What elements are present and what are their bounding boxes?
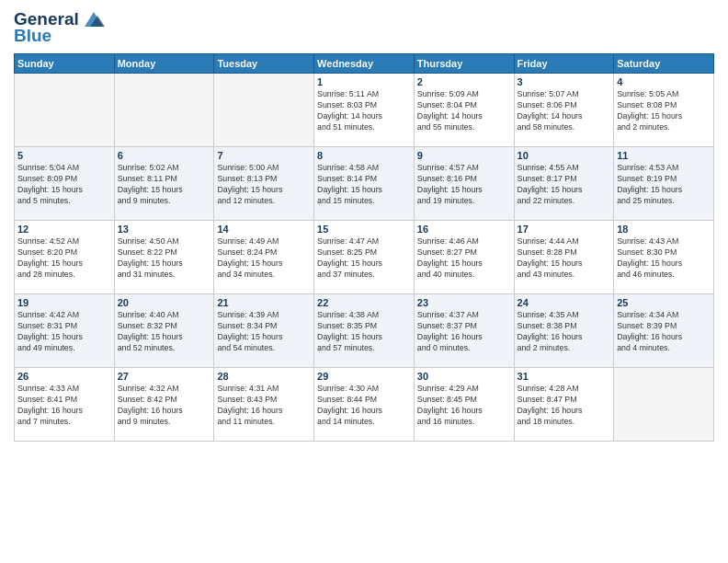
day-number: 30 (417, 371, 511, 382)
day-number: 7 (217, 150, 311, 161)
day-cell-17: 17Sunrise: 4:44 AM Sunset: 8:28 PM Dayli… (514, 221, 614, 294)
day-info: Sunrise: 5:09 AM Sunset: 8:04 PM Dayligh… (417, 89, 511, 133)
week-row-2: 5Sunrise: 5:04 AM Sunset: 8:09 PM Daylig… (15, 147, 714, 221)
day-cell-27: 27Sunrise: 4:32 AM Sunset: 8:42 PM Dayli… (114, 368, 214, 442)
day-cell-10: 10Sunrise: 4:55 AM Sunset: 8:17 PM Dayli… (514, 147, 614, 221)
week-row-3: 12Sunrise: 4:52 AM Sunset: 8:20 PM Dayli… (15, 221, 714, 294)
empty-cell (15, 74, 115, 147)
day-number: 27 (118, 371, 211, 382)
week-row-5: 26Sunrise: 4:33 AM Sunset: 8:41 PM Dayli… (15, 368, 714, 442)
day-cell-20: 20Sunrise: 4:40 AM Sunset: 8:32 PM Dayli… (114, 294, 214, 368)
empty-cell (214, 74, 314, 147)
day-number: 10 (518, 150, 611, 161)
day-cell-21: 21Sunrise: 4:39 AM Sunset: 8:34 PM Dayli… (214, 294, 314, 368)
day-cell-24: 24Sunrise: 4:35 AM Sunset: 8:38 PM Dayli… (514, 294, 614, 368)
logo-icon (81, 10, 107, 29)
day-number: 5 (17, 150, 111, 161)
day-info: Sunrise: 5:05 AM Sunset: 8:08 PM Dayligh… (617, 89, 711, 133)
day-info: Sunrise: 4:46 AM Sunset: 8:27 PM Dayligh… (417, 236, 511, 281)
day-number: 22 (317, 297, 411, 308)
day-cell-16: 16Sunrise: 4:46 AM Sunset: 8:27 PM Dayli… (414, 221, 514, 294)
day-number: 23 (417, 297, 511, 308)
day-cell-8: 8Sunrise: 4:58 AM Sunset: 8:14 PM Daylig… (314, 147, 415, 221)
logo-blue: Blue (14, 26, 51, 46)
day-number: 26 (17, 371, 111, 382)
day-info: Sunrise: 4:35 AM Sunset: 8:38 PM Dayligh… (518, 310, 611, 354)
day-info: Sunrise: 4:31 AM Sunset: 8:43 PM Dayligh… (217, 384, 311, 428)
day-number: 1 (317, 76, 411, 87)
day-cell-7: 7Sunrise: 5:00 AM Sunset: 8:13 PM Daylig… (214, 147, 314, 221)
week-row-4: 19Sunrise: 4:42 AM Sunset: 8:31 PM Dayli… (15, 294, 714, 368)
day-info: Sunrise: 4:39 AM Sunset: 8:34 PM Dayligh… (217, 310, 311, 354)
weekday-header-sunday: Sunday (15, 54, 115, 74)
day-info: Sunrise: 5:02 AM Sunset: 8:11 PM Dayligh… (118, 163, 211, 207)
day-info: Sunrise: 4:38 AM Sunset: 8:35 PM Dayligh… (317, 310, 411, 354)
weekday-header-friday: Friday (514, 54, 614, 74)
day-number: 31 (518, 371, 611, 382)
day-number: 12 (17, 224, 111, 235)
day-number: 9 (417, 150, 511, 161)
day-number: 11 (617, 150, 711, 161)
day-cell-23: 23Sunrise: 4:37 AM Sunset: 8:37 PM Dayli… (414, 294, 514, 368)
calendar-container: General Blue SundayMondayTuesdayWednesda… (0, 0, 728, 563)
day-number: 2 (417, 76, 511, 87)
day-cell-11: 11Sunrise: 4:53 AM Sunset: 8:19 PM Dayli… (614, 147, 714, 221)
day-number: 18 (617, 224, 711, 235)
day-cell-12: 12Sunrise: 4:52 AM Sunset: 8:20 PM Dayli… (15, 221, 115, 294)
day-number: 14 (217, 224, 311, 235)
day-info: Sunrise: 4:43 AM Sunset: 8:30 PM Dayligh… (617, 236, 711, 281)
day-number: 24 (518, 297, 611, 308)
day-cell-9: 9Sunrise: 4:57 AM Sunset: 8:16 PM Daylig… (414, 147, 514, 221)
day-cell-1: 1Sunrise: 5:11 AM Sunset: 8:03 PM Daylig… (314, 74, 415, 147)
logo: General Blue (14, 9, 107, 46)
day-number: 3 (518, 76, 611, 87)
day-cell-19: 19Sunrise: 4:42 AM Sunset: 8:31 PM Dayli… (15, 294, 115, 368)
day-cell-6: 6Sunrise: 5:02 AM Sunset: 8:11 PM Daylig… (114, 147, 214, 221)
day-number: 29 (317, 371, 411, 382)
weekday-header-thursday: Thursday (414, 54, 514, 74)
day-info: Sunrise: 4:52 AM Sunset: 8:20 PM Dayligh… (17, 236, 111, 281)
day-cell-3: 3Sunrise: 5:07 AM Sunset: 8:06 PM Daylig… (514, 74, 614, 147)
day-cell-28: 28Sunrise: 4:31 AM Sunset: 8:43 PM Dayli… (214, 368, 314, 442)
day-cell-2: 2Sunrise: 5:09 AM Sunset: 8:04 PM Daylig… (414, 74, 514, 147)
day-info: Sunrise: 4:57 AM Sunset: 8:16 PM Dayligh… (417, 163, 511, 207)
day-info: Sunrise: 4:58 AM Sunset: 8:14 PM Dayligh… (317, 163, 411, 207)
day-cell-30: 30Sunrise: 4:29 AM Sunset: 8:45 PM Dayli… (414, 368, 514, 442)
day-number: 15 (317, 224, 411, 235)
day-info: Sunrise: 4:50 AM Sunset: 8:22 PM Dayligh… (118, 236, 211, 281)
weekday-header-wednesday: Wednesday (314, 54, 415, 74)
header: General Blue (14, 9, 714, 46)
weekday-header-saturday: Saturday (614, 54, 714, 74)
day-info: Sunrise: 4:53 AM Sunset: 8:19 PM Dayligh… (617, 163, 711, 207)
weekday-header-monday: Monday (114, 54, 214, 74)
day-info: Sunrise: 4:33 AM Sunset: 8:41 PM Dayligh… (17, 384, 111, 428)
day-info: Sunrise: 4:40 AM Sunset: 8:32 PM Dayligh… (118, 310, 211, 354)
weekday-header-tuesday: Tuesday (214, 54, 314, 74)
day-info: Sunrise: 4:29 AM Sunset: 8:45 PM Dayligh… (417, 384, 511, 428)
day-number: 19 (17, 297, 111, 308)
day-info: Sunrise: 4:30 AM Sunset: 8:44 PM Dayligh… (317, 384, 411, 428)
day-cell-22: 22Sunrise: 4:38 AM Sunset: 8:35 PM Dayli… (314, 294, 415, 368)
day-cell-14: 14Sunrise: 4:49 AM Sunset: 8:24 PM Dayli… (214, 221, 314, 294)
day-number: 21 (217, 297, 311, 308)
day-info: Sunrise: 5:00 AM Sunset: 8:13 PM Dayligh… (217, 163, 311, 207)
day-info: Sunrise: 5:04 AM Sunset: 8:09 PM Dayligh… (17, 163, 111, 207)
day-number: 17 (518, 224, 611, 235)
day-info: Sunrise: 4:28 AM Sunset: 8:47 PM Dayligh… (518, 384, 611, 428)
day-info: Sunrise: 4:42 AM Sunset: 8:31 PM Dayligh… (17, 310, 111, 354)
day-number: 8 (317, 150, 411, 161)
day-number: 13 (118, 224, 211, 235)
day-number: 28 (217, 371, 311, 382)
day-info: Sunrise: 4:44 AM Sunset: 8:28 PM Dayligh… (518, 236, 611, 281)
day-cell-4: 4Sunrise: 5:05 AM Sunset: 8:08 PM Daylig… (614, 74, 714, 147)
day-info: Sunrise: 5:07 AM Sunset: 8:06 PM Dayligh… (518, 89, 611, 133)
day-cell-25: 25Sunrise: 4:34 AM Sunset: 8:39 PM Dayli… (614, 294, 714, 368)
day-cell-26: 26Sunrise: 4:33 AM Sunset: 8:41 PM Dayli… (15, 368, 115, 442)
day-info: Sunrise: 4:37 AM Sunset: 8:37 PM Dayligh… (417, 310, 511, 354)
day-info: Sunrise: 4:49 AM Sunset: 8:24 PM Dayligh… (217, 236, 311, 281)
day-number: 25 (617, 297, 711, 308)
day-info: Sunrise: 4:34 AM Sunset: 8:39 PM Dayligh… (617, 310, 711, 354)
day-number: 16 (417, 224, 511, 235)
empty-cell (114, 74, 214, 147)
weekday-header-row: SundayMondayTuesdayWednesdayThursdayFrid… (15, 54, 714, 74)
